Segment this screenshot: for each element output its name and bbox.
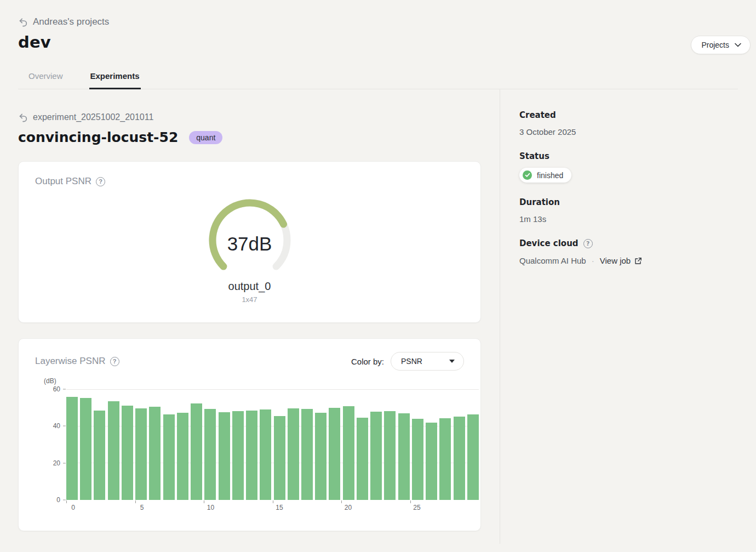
device-cloud-label: Device cloud (519, 238, 579, 248)
gauge-value-label: 37dB (227, 233, 272, 255)
projects-dropdown-button[interactable]: Projects (691, 36, 751, 54)
y-tick-label: 0 (56, 496, 60, 504)
bar[interactable] (343, 406, 354, 500)
details-sidebar: Created 3 October 2025 Status finished D… (500, 89, 756, 544)
help-icon[interactable]: ? (583, 239, 593, 248)
duration-label: Duration (519, 197, 745, 207)
status-badge-text: finished (537, 171, 563, 180)
page-title: dev (18, 33, 738, 52)
y-tick-label: 60 (53, 385, 60, 393)
bar[interactable] (177, 413, 188, 500)
layerwise-psnr-card-title: Layerwise PSNR (35, 356, 106, 367)
tab-bar: Overview Experiments (18, 66, 738, 89)
y-tick-mark (63, 389, 66, 390)
bar[interactable] (370, 412, 382, 500)
help-icon[interactable]: ? (110, 357, 119, 366)
device-provider: Qualcomm AI Hub (519, 256, 586, 265)
bar[interactable] (135, 408, 147, 500)
layerwise-bar-chart: (dB) 0204060 0510152025 (35, 377, 464, 512)
quant-badge: quant (189, 131, 222, 144)
projects-button-label: Projects (701, 41, 729, 49)
layerwise-psnr-card: Layerwise PSNR ? Color by: PSNR (dB) 020… (18, 338, 481, 531)
bar[interactable] (80, 398, 91, 500)
bar[interactable] (398, 413, 410, 500)
help-icon[interactable]: ? (96, 177, 105, 186)
bar[interactable] (219, 412, 230, 500)
bar[interactable] (66, 397, 78, 500)
x-axis: 0510152025 (66, 500, 479, 512)
dot-separator: · (592, 256, 594, 265)
x-tick-label: 15 (276, 504, 283, 511)
created-label: Created (519, 110, 745, 120)
x-tick-label: 10 (207, 504, 214, 511)
gauge-output-name: output_0 (35, 280, 464, 293)
bar[interactable] (108, 401, 119, 500)
x-tick-mark (66, 500, 67, 503)
y-tick-mark (63, 500, 66, 500)
y-tick-label: 40 (53, 422, 60, 430)
caret-down-icon (449, 360, 455, 363)
bar[interactable] (191, 403, 202, 500)
experiment-breadcrumb-label[interactable]: experiment_20251002_201011 (33, 112, 153, 122)
view-job-link[interactable]: View job (600, 256, 642, 265)
bar[interactable] (274, 416, 285, 500)
x-tick-label: 0 (71, 504, 75, 511)
page: Andreas's projects dev Projects Overview… (0, 0, 756, 552)
bar[interactable] (454, 417, 465, 500)
y-tick-mark (63, 426, 66, 426)
bar[interactable] (260, 409, 271, 500)
experiment-title: convincing-locust-52 (18, 129, 178, 145)
breadcrumb-label[interactable]: Andreas's projects (33, 16, 109, 27)
x-tick-label: 25 (413, 504, 420, 511)
bar-plot: 0204060 (66, 389, 479, 500)
x-tick-mark (410, 500, 411, 503)
experiment-breadcrumb[interactable]: experiment_20251002_201011 (18, 112, 500, 122)
created-value: 3 October 2025 (519, 127, 745, 136)
back-icon[interactable] (18, 112, 28, 122)
psnr-gauge: 37dB (203, 194, 296, 275)
output-psnr-card: Output PSNR ? 37dB output_0 1x47 (18, 161, 481, 323)
view-job-label: View job (600, 256, 631, 265)
bar[interactable] (288, 408, 299, 500)
status-label: Status (519, 151, 745, 161)
bar[interactable] (94, 411, 105, 500)
bar[interactable] (301, 409, 313, 500)
bar[interactable] (315, 413, 327, 500)
top-header: Andreas's projects dev Projects (0, 0, 756, 52)
bar[interactable] (149, 407, 161, 500)
bar[interactable] (232, 411, 244, 500)
x-tick-mark (341, 500, 342, 503)
chevron-down-icon (735, 43, 741, 47)
external-link-icon (634, 257, 642, 265)
bar[interactable] (412, 419, 423, 500)
bar[interactable] (467, 414, 479, 500)
bar[interactable] (357, 418, 368, 500)
bar[interactable] (122, 406, 133, 500)
bar[interactable] (384, 411, 396, 500)
check-circle-icon (523, 170, 532, 180)
status-badge: finished (519, 168, 571, 183)
bar[interactable] (439, 418, 451, 500)
breadcrumb[interactable]: Andreas's projects (18, 16, 738, 27)
bar[interactable] (204, 409, 216, 500)
tab-overview[interactable]: Overview (27, 66, 64, 89)
tab-experiments[interactable]: Experiments (89, 66, 141, 89)
color-by-selected-value: PSNR (401, 357, 422, 366)
bar[interactable] (163, 414, 175, 500)
back-icon[interactable] (18, 17, 28, 27)
gauge-output-shape: 1x47 (35, 295, 464, 304)
x-tick-label: 5 (140, 504, 144, 511)
bar[interactable] (246, 411, 257, 500)
bar[interactable] (329, 408, 340, 500)
x-tick-mark (204, 500, 204, 503)
x-tick-mark (135, 500, 136, 503)
y-tick-label: 20 (53, 459, 60, 467)
output-psnr-card-title: Output PSNR (35, 176, 91, 187)
main-column: experiment_20251002_201011 convincing-lo… (0, 89, 500, 544)
y-tick-mark (63, 463, 66, 463)
y-axis-unit-label: (dB) (44, 377, 464, 385)
color-by-select[interactable]: PSNR (391, 352, 464, 371)
bar[interactable] (426, 423, 437, 500)
x-tick-label: 20 (345, 504, 352, 511)
x-tick-mark (273, 500, 273, 503)
